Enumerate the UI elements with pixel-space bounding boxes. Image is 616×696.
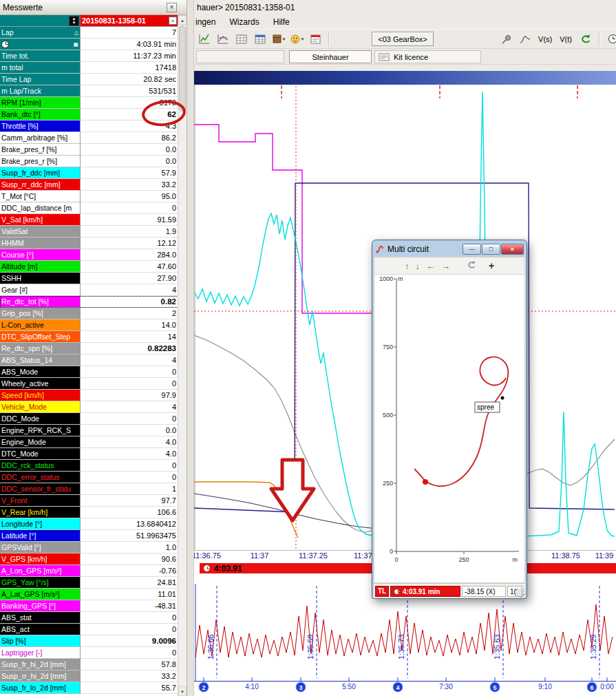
channel-row[interactable]: Time tot.11:37.23 min: [0, 50, 178, 62]
channel-row[interactable]: DDC_sensor_fr_statu1: [0, 483, 178, 495]
channel-row[interactable]: ABS_Mode0: [0, 366, 178, 378]
pin-icon[interactable]: [497, 30, 514, 48]
menu-item-hilfe[interactable]: Hilfe: [266, 16, 297, 28]
circuit-map[interactable]: 10007505002500m0250mspree: [374, 275, 525, 583]
report-window-icon[interactable]: [307, 30, 324, 48]
sort-arrows-icon[interactable]: ▲▼: [69, 16, 79, 26]
channel-row[interactable]: T_Mot [°C]95.0: [0, 191, 178, 202]
channel-row[interactable]: A_Lon_GPS [m/s²]-0.76: [0, 565, 178, 577]
channel-row[interactable]: ABS_stat0: [0, 612, 178, 624]
scatter-chart-icon[interactable]: [195, 30, 213, 48]
curve-icon[interactable]: [516, 30, 533, 48]
arrow-up-icon[interactable]: ↑: [405, 261, 410, 271]
smiley-dropdown-button[interactable]: ▼: [288, 30, 306, 48]
panel-splitter[interactable]: [187, 0, 194, 696]
channel-row[interactable]: Slip [%]9.0096: [0, 635, 178, 647]
channel-row[interactable]: ▣4:03.91 min: [0, 39, 178, 50]
channel-row[interactable]: DDC_error_status0: [0, 472, 178, 483]
channel-row[interactable]: Gear [#]4: [0, 284, 178, 296]
channel-row[interactable]: GPS_Yaw [°/s]24.81: [0, 577, 178, 589]
arrow-right-icon[interactable]: →: [441, 261, 450, 271]
channel-row[interactable]: Susp_rr_ddc [mm]33.2: [0, 179, 178, 191]
channel-row[interactable]: V_GPS [km/h]90.6: [0, 553, 178, 565]
gearbox-combobox[interactable]: <03 GearBox>: [372, 32, 434, 46]
channel-row[interactable]: Throttle [%]4.3: [0, 120, 178, 132]
channel-row[interactable]: SSHH27.90: [0, 273, 178, 284]
channel-row[interactable]: DTC_Mode4.0: [0, 448, 178, 460]
channel-row[interactable]: Brake_pres_r [%]0.0: [0, 156, 178, 167]
channel-row[interactable]: ABS_act0: [0, 624, 178, 635]
channel-row[interactable]: ValidSat1.9: [0, 226, 178, 238]
channel-row[interactable]: Speed [km/h]97.9: [0, 390, 178, 401]
channel-row[interactable]: L-Con_active14.0: [0, 319, 178, 331]
undo-icon[interactable]: [466, 260, 477, 272]
channel-row[interactable]: Engine_RPK_RCK_S0.0: [0, 425, 178, 436]
panel-close-button[interactable]: ×: [167, 3, 177, 12]
scroll-down-arrow[interactable]: ▼: [178, 686, 187, 696]
channel-row[interactable]: DDC_lap_distance [m0: [0, 202, 178, 214]
channel-row[interactable]: m total17418: [0, 62, 178, 74]
channel-row[interactable]: Lap△7: [0, 27, 178, 39]
channel-row[interactable]: Susp_fr_hi_2d [mm]57.8: [0, 659, 178, 671]
run-header-cell[interactable]: 20150831-1358-01 -: [81, 15, 178, 27]
graph-window-titlebar[interactable]: [194, 71, 616, 85]
channel-row[interactable]: Bank_dtc [°]62: [0, 109, 178, 120]
channel-row[interactable]: Banking_GPS [°]-48.31: [0, 600, 178, 612]
vs-button[interactable]: V(s): [535, 32, 555, 46]
channel-row[interactable]: Longitude [°]13.6840412: [0, 518, 178, 530]
channel-row[interactable]: DTC_SlipOffset_Step14: [0, 331, 178, 343]
multi-circuit-window[interactable]: Multi circuit — □ × ↑ ↓ ← → + 1000750500…: [372, 240, 527, 599]
crosshair-icon[interactable]: +: [489, 260, 494, 271]
channel-row[interactable]: DDC_Mode0: [0, 413, 178, 425]
channel-row[interactable]: Wheely_active0: [0, 378, 178, 390]
overview-chart[interactable]: 1:36.661:35.591:35.731:35.631:35.2923456…: [194, 582, 616, 696]
arrow-left-icon[interactable]: ←: [426, 261, 435, 271]
channel-row[interactable]: ABS_Status_144: [0, 355, 178, 366]
channel-row[interactable]: HHMM12.12: [0, 238, 178, 249]
panel-scrollbar[interactable]: ▲ ▼: [178, 15, 187, 696]
channel-row[interactable]: V_Rear [km/h]106.6: [0, 507, 178, 518]
channel-row[interactable]: DDC_rck_status0: [0, 460, 178, 472]
colored-table-icon[interactable]: [251, 30, 268, 48]
channel-row[interactable]: Laptrigger [-]0: [0, 647, 178, 659]
window-titlebar[interactable]: hauer> 20150831-1358-01: [194, 0, 616, 15]
close-button[interactable]: ×: [501, 244, 524, 255]
scroll-thumb[interactable]: [179, 25, 186, 112]
channel-row[interactable]: Vehicle_Mode4: [0, 401, 178, 413]
component-dropdown-button[interactable]: ▼: [270, 30, 287, 48]
resize-grip[interactable]: [516, 589, 524, 598]
channel-row[interactable]: Course [°]284.0: [0, 249, 178, 261]
undo-icon[interactable]: [577, 30, 594, 48]
channel-row[interactable]: Susp_fr_ddc [mm]57.9: [0, 167, 178, 179]
minimize-button[interactable]: —: [463, 244, 481, 255]
driver-field[interactable]: Steinhauer: [289, 50, 372, 63]
channel-row[interactable]: Latitude [°]51.9963475: [0, 530, 178, 542]
channel-row[interactable]: Engine_Mode4.0: [0, 436, 178, 448]
channel-row[interactable]: Time Lap20.82 sec: [0, 74, 178, 85]
clock-icon[interactable]: [604, 30, 616, 48]
channel-row[interactable]: m Lap/Track531/531: [0, 85, 178, 97]
table-icon[interactable]: [233, 30, 250, 48]
channel-row[interactable]: Grip_pos [%]2: [0, 308, 178, 319]
channel-row[interactable]: RPM [1/min]8170: [0, 97, 178, 109]
collapse-button[interactable]: -: [169, 17, 177, 25]
menu-item-wizards[interactable]: Wizards: [222, 16, 266, 28]
channel-row[interactable]: Re_dtc_spn [%]0.82283: [0, 343, 178, 355]
channel-row[interactable]: Susp_rr_hi_2d [mm]33.2: [0, 671, 178, 682]
arrow-down-icon[interactable]: ↓: [416, 261, 421, 271]
channel-row[interactable]: GPSValid [°]1.0: [0, 542, 178, 553]
maximize-button[interactable]: □: [482, 244, 500, 255]
sort-header-cell[interactable]: ▲▼: [0, 15, 81, 27]
line-chart-icon[interactable]: [214, 30, 231, 48]
channel-row[interactable]: Altitude [m]47.60: [0, 261, 178, 273]
channel-row[interactable]: A_Lat_GPS [m/s²]11.01: [0, 589, 178, 600]
panel-titlebar[interactable]: Messwerte ×: [0, 0, 187, 15]
channel-row[interactable]: V_Front97.7: [0, 495, 178, 507]
channel-row[interactable]: Camm_arbitrage [%]86.2: [0, 132, 178, 144]
channel-row[interactable]: V_Sat [km/h]91.59: [0, 214, 178, 226]
scroll-up-arrow[interactable]: ▲: [178, 15, 187, 25]
channel-row[interactable]: Brake_pres_f [%]0.0: [0, 144, 178, 156]
vt-button[interactable]: V(t): [557, 32, 575, 46]
channel-row[interactable]: Susp_fr_lo_2d [mm]55.7: [0, 682, 178, 694]
channel-row[interactable]: Re_dtc_tot [%]0.82: [0, 296, 178, 308]
